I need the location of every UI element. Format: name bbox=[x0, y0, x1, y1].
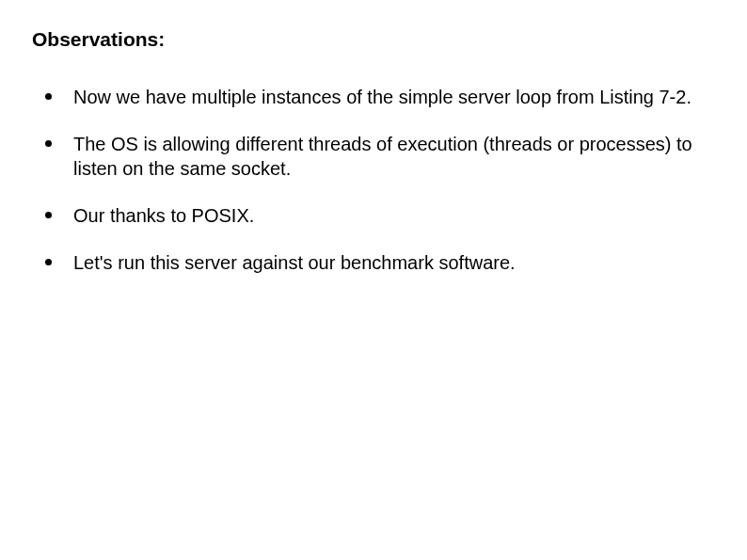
list-item: Now we have multiple instances of the si… bbox=[45, 85, 709, 109]
bullet-list: Now we have multiple instances of the si… bbox=[38, 85, 709, 275]
list-item: The OS is allowing different threads of … bbox=[45, 132, 709, 181]
list-item: Let's run this server against our benchm… bbox=[45, 250, 709, 275]
slide-heading: Observations: bbox=[32, 28, 709, 51]
list-item: Our thanks to POSIX. bbox=[45, 203, 709, 228]
